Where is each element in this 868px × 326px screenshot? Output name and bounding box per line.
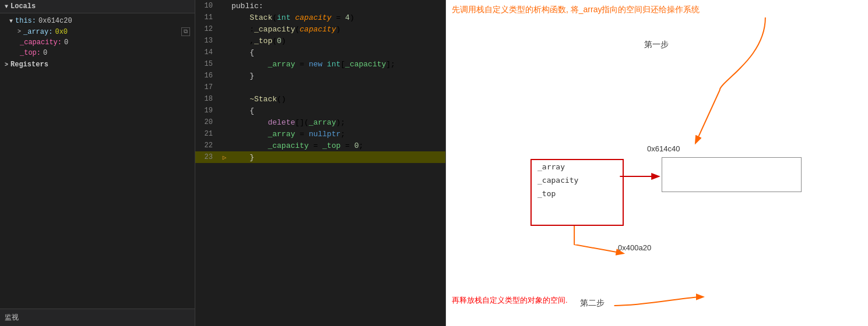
diagram-svg [446,0,868,326]
line-num-20: 20 [195,118,220,126]
code-line-10: 10 public: [195,0,445,12]
top-var-name: _top: [20,49,41,57]
code-content-22: _capacity = _top = 0; [229,141,445,150]
registers-expand-icon[interactable]: > [5,62,8,68]
code-line-23: 23 ▷ } [195,151,445,163]
line-num-16: 16 [195,72,220,80]
locals-panel: ▼ Locals ▼ this: 0x614c20 > _array: 0x0 … [0,0,195,326]
monitor-bar: 监视 [0,309,195,326]
code-line-22: 22 _capacity = _top = 0; [195,140,445,151]
code-line-17: 17 [195,82,445,93]
top-var-value: 0 [43,49,47,57]
code-line-13: 13 ,_top(0) [195,35,445,47]
local-top: _top: 0 [0,48,195,58]
code-content-11: Stack(int capacity = 4) [229,13,445,22]
code-panel: 10 public: 11 Stack(int capacity = 4) 12… [195,0,446,326]
registers-item[interactable]: > Registers [0,58,195,71]
code-line-18: 18 ~Stack() [195,93,445,105]
code-line-20: 20 delete[](_array); [195,116,445,128]
locals-title: Locals [10,2,36,10]
line-num-10: 10 [195,2,220,10]
code-area: 10 public: 11 Stack(int capacity = 4) 12… [195,0,445,163]
code-line-11: 11 Stack(int capacity = 4) [195,12,445,23]
code-content-15: _array = new int[_capacity]; [229,60,445,69]
monitor-label: 监视 [5,314,19,322]
this-var-value: 0x614c20 [38,17,72,25]
line-num-13: 13 [195,37,220,45]
code-line-12: 12 :_capacity(capacity) [195,23,445,35]
line-num-14: 14 [195,48,220,56]
this-expand-icon[interactable]: ▼ [9,18,13,24]
code-line-15: 15 _array = new int[_capacity]; [195,58,445,70]
array-var-value: 0x0 [55,28,68,36]
code-content-18: ~Stack() [229,95,445,104]
line-num-18: 18 [195,95,220,103]
registers-label: Registers [10,61,48,69]
local-capacity: _capacity: 0 [0,37,195,48]
code-line-21: 21 _array = nullptr; [195,128,445,140]
diagram-panel: 先调用栈自定义类型的析构函数, 将_array指向的空间归还给操作系统 第一步 … [446,0,868,326]
local-this: ▼ this: 0x614c20 [0,16,195,26]
line-num-15: 15 [195,60,220,68]
copy-icon[interactable]: ⧉ [181,27,190,36]
code-content-21: _array = nullptr; [229,130,445,139]
locals-content: ▼ this: 0x614c20 > _array: 0x0 ⧉ _capaci… [0,13,195,309]
line-num-17: 17 [195,83,220,91]
code-content-20: delete[](_array); [229,118,445,127]
locals-header: ▼ Locals [0,0,195,13]
capacity-var-name: _capacity: [20,38,62,47]
code-content-10: public: [229,2,445,10]
line-marker-23: ▷ [220,154,229,161]
code-content-19: { [229,107,445,115]
code-content-12: :_capacity(capacity) [229,25,445,34]
this-var-name: this: [15,17,36,25]
line-num-21: 21 [195,130,220,138]
capacity-var-value: 0 [64,38,68,47]
code-content-13: ,_top(0) [229,37,445,45]
code-line-16: 16 } [195,70,445,82]
code-line-19: 19 { [195,105,445,116]
code-line-14: 14 { [195,47,445,58]
line-num-11: 11 [195,13,220,22]
array-var-name: _array: [23,28,52,36]
local-array: > _array: 0x0 ⧉ [0,26,195,37]
code-content-16: } [229,72,445,80]
line-num-22: 22 [195,141,220,150]
locals-expand-icon[interactable]: ▼ [5,3,8,10]
line-num-12: 12 [195,25,220,33]
array-expand-icon[interactable]: > [17,29,21,35]
code-content-23: } [229,153,445,162]
line-num-19: 19 [195,107,220,115]
line-num-23: 23 [195,153,220,161]
code-content-14: { [229,48,445,57]
